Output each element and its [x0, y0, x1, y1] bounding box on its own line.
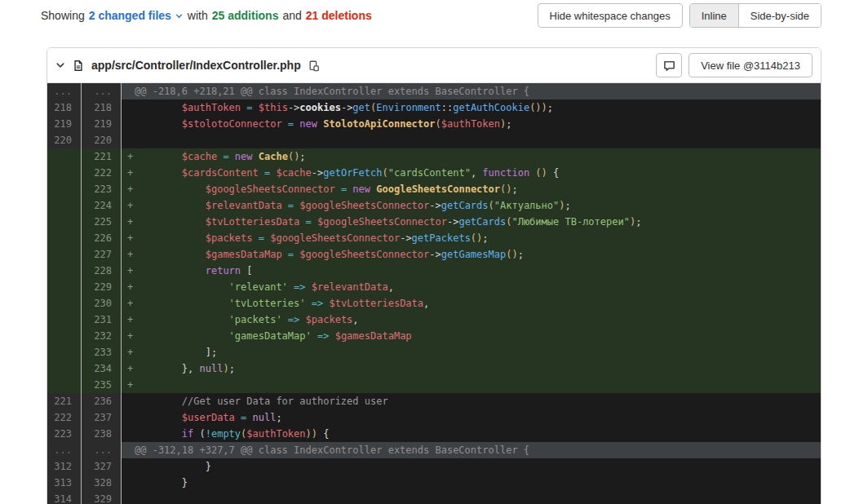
code-line: $tvLotteriesData = $googleSheetsConnecto… [135, 214, 821, 230]
diff-marker: + [122, 295, 135, 312]
inline-view-button[interactable]: Inline [690, 4, 738, 27]
code-cell: + ]; [122, 344, 821, 360]
new-line-number[interactable]: 229 [82, 279, 122, 295]
new-line-number[interactable]: 231 [82, 312, 122, 328]
code-line: $packets = $googleSheetsConnector->getPa… [135, 230, 821, 246]
diff-row: 232+ 'gamesDataMap' => $gamesDataMap [47, 328, 821, 344]
old-line-number[interactable]: 220 [47, 132, 82, 148]
new-line-number[interactable]: 223 [82, 181, 122, 197]
chevron-down-icon [175, 11, 184, 20]
file-header-left: app/src/Controller/IndexController.php [55, 59, 320, 72]
diff-marker: + [122, 230, 135, 246]
diff-marker [122, 442, 135, 458]
diff-row: 222+ $cardsContent = $cache->getOrFetch(… [47, 165, 821, 181]
new-line-number[interactable]: 228 [82, 263, 122, 279]
old-line-number: ... [47, 442, 82, 458]
diff-row: 225+ $tvLotteriesData = $googleSheetsCon… [47, 214, 821, 230]
view-controls: Hide whitespace changes Inline Side-by-s… [538, 3, 822, 28]
diff-row: 219219 $stolotoConnector = new StolotoAp… [47, 116, 821, 132]
new-line-number[interactable]: 225 [82, 214, 122, 230]
code-line: $gamesDataMap = $googleSheetsConnector->… [135, 246, 821, 263]
diff-marker: + [122, 165, 135, 181]
code-line: $cache = new Cache(); [135, 148, 821, 165]
old-line-number [47, 279, 82, 295]
old-line-number [47, 377, 82, 393]
code-cell: $authToken = $this->cookies->get(Environ… [122, 99, 821, 116]
diff-row: 228+ return [ [47, 263, 821, 279]
hide-whitespace-button[interactable]: Hide whitespace changes [538, 3, 683, 28]
code-line [135, 491, 821, 504]
new-line-number[interactable]: 236 [82, 393, 122, 409]
diff-marker [122, 83, 135, 99]
old-line-number[interactable]: 221 [47, 393, 82, 409]
old-line-number[interactable]: 218 [47, 99, 82, 116]
old-line-number [47, 197, 82, 214]
old-line-number: ... [47, 83, 82, 99]
new-line-number[interactable]: 224 [82, 197, 122, 214]
diff-marker [122, 458, 135, 475]
code-cell: if (!empty($authToken)) { [122, 426, 821, 442]
new-line-number[interactable]: 232 [82, 328, 122, 344]
code-line: ]; [135, 344, 821, 360]
code-cell: + 'tvLotteries' => $tvLotteriesData, [122, 295, 821, 312]
new-line-number[interactable]: 235 [82, 377, 122, 393]
new-line-number[interactable]: 233 [82, 344, 122, 360]
diff-marker [122, 116, 135, 132]
changed-files-dropdown[interactable]: 2 changed files [89, 9, 184, 22]
old-line-number[interactable]: 219 [47, 116, 82, 132]
code-line: 'tvLotteries' => $tvLotteriesData, [135, 295, 821, 312]
old-line-number[interactable]: 313 [47, 475, 82, 491]
new-line-number[interactable]: 221 [82, 148, 122, 165]
old-line-number[interactable]: 222 [47, 409, 82, 426]
code-line: 'relevant' => $relevantData, [135, 279, 821, 295]
new-line-number: ... [82, 442, 122, 458]
code-line: $authToken = $this->cookies->get(Environ… [135, 99, 821, 116]
new-line-number[interactable]: 237 [82, 409, 122, 426]
collapse-chevron-icon[interactable] [55, 60, 65, 70]
code-line [135, 132, 821, 148]
new-line-number[interactable]: 226 [82, 230, 122, 246]
code-line: }, null); [135, 360, 821, 377]
old-line-number[interactable]: 223 [47, 426, 82, 442]
new-line-number[interactable]: 230 [82, 295, 122, 312]
diff-marker: + [122, 246, 135, 263]
new-line-number[interactable]: 227 [82, 246, 122, 263]
hunk-header-row: ......@@ -218,6 +218,21 @@ class IndexCo… [47, 83, 821, 99]
view-file-button[interactable]: View file @3114b213 [689, 53, 813, 77]
new-line-number[interactable]: 219 [82, 116, 122, 132]
new-line-number[interactable]: 328 [82, 475, 122, 491]
new-line-number[interactable]: 327 [82, 458, 122, 475]
new-line-number[interactable]: 220 [82, 132, 122, 148]
old-line-number [47, 214, 82, 230]
code-line: return [ [135, 263, 821, 279]
diff-marker [122, 426, 135, 442]
old-line-number[interactable]: 312 [47, 458, 82, 475]
code-cell: + $packets = $googleSheetsConnector->get… [122, 230, 821, 246]
comment-button[interactable] [656, 53, 682, 77]
new-line-number[interactable]: 234 [82, 360, 122, 377]
diff-marker [122, 99, 135, 116]
side-by-side-view-button[interactable]: Side-by-side [738, 4, 821, 27]
diff-marker: + [122, 263, 135, 279]
old-line-number[interactable]: 314 [47, 491, 82, 504]
file-path[interactable]: app/src/Controller/IndexController.php [91, 59, 301, 72]
new-line-number[interactable]: 329 [82, 491, 122, 504]
code-line: } [135, 458, 821, 475]
diff-table: ......@@ -218,6 +218,21 @@ class IndexCo… [47, 83, 821, 504]
diff-row: 235+ [47, 377, 821, 393]
old-line-number [47, 312, 82, 328]
diff-row: 222237 $userData = null; [47, 409, 821, 426]
comment-icon [663, 60, 675, 72]
code-cell: @@ -218,6 +218,21 @@ class IndexControll… [122, 83, 821, 99]
diff-row: 220220 [47, 132, 821, 148]
copy-path-icon[interactable] [308, 60, 320, 72]
new-line-number[interactable]: 218 [82, 99, 122, 116]
new-line-number[interactable]: 238 [82, 426, 122, 442]
code-cell: + 'packets' => $packets, [122, 312, 821, 328]
and-label: and [282, 9, 301, 22]
new-line-number[interactable]: 222 [82, 165, 122, 181]
code-cell: } [122, 458, 821, 475]
file-header: app/src/Controller/IndexController.php V… [47, 48, 821, 83]
diff-marker [122, 491, 135, 504]
diff-row: 226+ $packets = $googleSheetsConnector->… [47, 230, 821, 246]
